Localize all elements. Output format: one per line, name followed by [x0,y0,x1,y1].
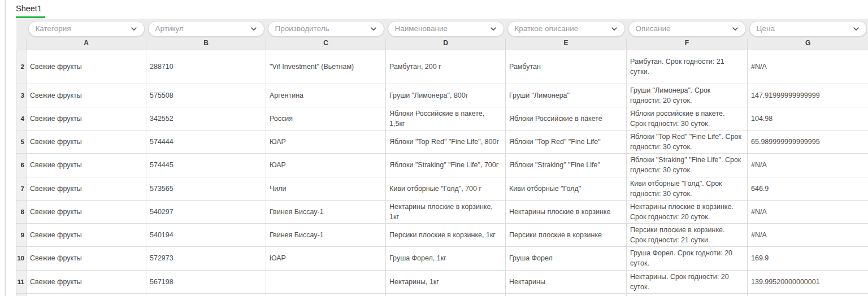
cell-d7[interactable]: Киви отборные "Голд", 700 г [386,177,506,200]
row-number[interactable] [16,293,27,296]
cell-a2[interactable]: Свежие фрукты [27,50,146,84]
column-letter-a[interactable]: A [27,38,146,50]
cell-d4[interactable]: Яблоки Российские в пакете, 1,5кг [386,107,506,130]
cell-c3[interactable]: Аргентина [266,84,386,107]
filter-dropdown-f[interactable]: Описание [628,21,746,37]
cell-d9[interactable]: Персики плоские в корзинке, 1кг [386,224,506,247]
cell-f3[interactable]: Груши "Лимонера". Срок годности: 20 суто… [627,84,748,107]
cell-g7[interactable]: 646.9 [748,177,868,200]
cell-e8[interactable]: Нектарины плоские в корзинке [506,200,627,223]
cell-f11[interactable]: Нектарины. Срок годности: 20 суток. [627,270,748,293]
cell-b8[interactable]: 540297 [146,200,266,223]
cell-e3[interactable]: Груши "Лимонера" [506,84,627,107]
row-number[interactable]: 9 [16,224,27,247]
cell-e10[interactable]: Груша Форел [506,247,627,270]
row-number[interactable]: 11 [16,270,27,293]
cell-g8[interactable]: #N/A [748,200,868,223]
row-number[interactable]: 2 [16,50,27,84]
cell-b4[interactable]: 342552 [146,107,266,130]
column-letter-d[interactable]: D [386,38,506,50]
filter-dropdown-g[interactable]: Цена [749,21,867,37]
cell-d5[interactable]: Яблоки "Top Red" "Fine Life", 800г [386,130,506,154]
cell-g2[interactable]: #N/A [748,50,868,84]
row-number[interactable]: 6 [16,154,27,177]
cell-f6[interactable]: Яблоки "Straking" "Fine Life". Срок годн… [627,154,748,177]
cell-d11[interactable]: Нектарины, 1кг [386,270,506,293]
row-number[interactable]: 8 [16,200,27,223]
cell-b9[interactable]: 540194 [146,224,266,247]
cell-c8[interactable]: Гвинея Биссау-1 [266,200,386,223]
cell-g4[interactable]: 104.98 [748,107,868,130]
cell-f4[interactable]: Яблоки российские в пакете. Срок годност… [627,107,748,130]
cell-b5[interactable]: 574444 [146,130,266,154]
cell-e7[interactable]: Киви отборные "Голд" [506,177,627,200]
filter-dropdown-a[interactable]: Категория [28,21,145,37]
cell-a4[interactable]: Свежие фрукты [27,107,146,130]
sheet-tab[interactable]: Sheet1 [16,3,45,18]
cell-e11[interactable]: Нектарины [506,270,627,293]
cell-a6[interactable]: Свежие фрукты [27,154,146,177]
cell-f7[interactable]: Киви отборные "Голд". Срок годности: 30 … [627,177,748,200]
cell-c7[interactable]: Чили [266,177,386,200]
filter-dropdown-b[interactable]: Артикул [148,21,264,37]
cell-a11[interactable]: Свежие фрукты [27,270,146,293]
cell-g6[interactable]: #N/A [748,154,868,177]
cell-d10[interactable]: Груша Форел, 1кг [386,247,506,270]
column-letter-g[interactable]: G [748,38,868,50]
cell-f10[interactable]: Груша Форел. Срок годноти: 20 суток. [627,247,748,270]
row-number[interactable]: 3 [16,84,27,107]
cell-b2[interactable]: 288710 [146,50,266,84]
cell-c2[interactable]: "Vif Investment" (Вьетнам) [266,50,386,84]
cell-g9[interactable]: #N/A [748,224,868,247]
cell-b11[interactable]: 567198 [146,270,266,293]
row-number[interactable]: 10 [16,247,27,270]
cell-e9[interactable]: Персики плоские в корзинке [506,224,627,247]
cell-f2[interactable]: Рамбутан. Срок годности: 21 сутки. [627,50,748,84]
cell-c11[interactable] [266,270,386,293]
cell-c4[interactable]: Россия [266,107,386,130]
cell-g10[interactable]: 169.9 [748,247,868,270]
row-number[interactable]: 4 [16,107,27,130]
column-letter-c[interactable]: C [266,38,386,50]
cell-e2[interactable]: Рамбутан [506,50,627,84]
cell-d6[interactable]: Яблоки "Straking" "Fine Life", 700г [386,154,506,177]
cell-b3[interactable]: 575508 [146,84,266,107]
cell-e4[interactable]: Яблоки Российские в пакете [506,107,627,130]
cell-g5[interactable]: 65.989999999999995 [748,130,868,154]
cell-a10[interactable]: Свежие фрукты [27,247,146,270]
sheet-tab-bar: Sheet1 [16,0,868,19]
cell-c9[interactable]: Гвинея Биссау-1 [266,224,386,247]
cell-e5[interactable]: Яблоки "Top Red" "Fine Life" [506,130,627,154]
filter-dropdown-c[interactable]: Производитель [268,21,384,37]
table-row: 7Свежие фрукты573565ЧилиКиви отборные "Г… [16,177,868,200]
row-number[interactable]: 5 [16,130,27,154]
column-letter-f[interactable]: F [627,38,748,50]
cell-d2[interactable]: Рамбутан, 200 г [386,50,506,84]
column-letter-b[interactable]: B [146,38,266,50]
cell-a7[interactable]: Свежие фрукты [27,177,146,200]
cell-b7[interactable]: 573565 [146,177,266,200]
cell-b6[interactable]: 574445 [146,154,266,177]
column-letter-e[interactable]: E [506,38,627,50]
row-number[interactable]: 7 [16,177,27,200]
cell-e6[interactable]: Яблоки "Straking" "Fine Life" [506,154,627,177]
cell-a9[interactable]: Свежие фрукты [27,224,146,247]
cell-c10[interactable]: ЮАР [266,247,386,270]
cell-c6[interactable]: ЮАР [266,154,386,177]
cell-g3[interactable]: 147.91999999999999 [748,84,868,107]
cell-f9[interactable]: Персики плоские в корзинке. Срок годност… [627,224,748,247]
cell-d8[interactable]: Нектарины плоские в корзинке, 1кг [386,200,506,223]
cell-d3[interactable]: Груши "Лимонера", 800г [386,84,506,107]
cell-f5[interactable]: Яблоки "Top Red" "Fine Life". Срок годно… [627,130,748,154]
filter-dropdown-d[interactable]: Наименование [388,21,504,37]
cell-f8[interactable]: Нектарины плоские в корзинке. Срок годно… [627,200,748,223]
cell-b10[interactable]: 572973 [146,247,266,270]
cell-a8[interactable]: Свежие фрукты [27,200,146,223]
filter-dropdown-label: Наименование [395,24,448,33]
left-scrollbar[interactable] [5,0,6,296]
cell-a3[interactable]: Свежие фрукты [27,84,146,107]
cell-a5[interactable]: Свежие фрукты [27,130,146,154]
cell-g11[interactable]: 139.99520000000001 [748,270,868,293]
cell-c5[interactable]: ЮАР [266,130,386,154]
filter-dropdown-e[interactable]: Краткое описание [507,21,625,37]
